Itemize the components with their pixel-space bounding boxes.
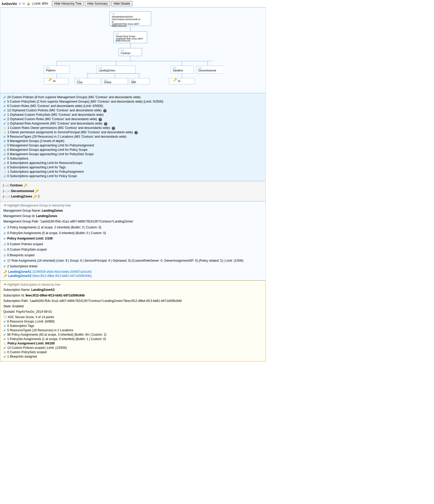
summary-item: ✔ 5 Subscriptions bbox=[3, 157, 262, 161]
mg-icon: [∧] bbox=[5, 184, 9, 187]
summary-item: ✔ 1 Orphaned Custom PolicySets (MG 'Cont… bbox=[3, 113, 262, 117]
check-icon: ✔ bbox=[3, 225, 6, 230]
toolbar-buttons: Hide Hierarchy Tree Hide Summary Hide De… bbox=[52, 1, 133, 6]
block-icon: ⊘ bbox=[3, 174, 6, 178]
key-icon: 🔑 bbox=[35, 189, 39, 193]
highlight-label: 👁 Highlight Management Group in hierarch… bbox=[3, 204, 262, 207]
sub-detail-item: 🛡 ASC Secure Score: 4 of 14 points bbox=[3, 315, 262, 319]
check-icon: ✔ bbox=[3, 258, 6, 263]
warn-icon: ⚠ bbox=[3, 342, 6, 345]
shield-icon: 🛡 bbox=[3, 315, 7, 319]
question-icon: ? bbox=[112, 127, 115, 130]
summary-item: ✔ 6 Custom Roles (MG 'Contoso' and desce… bbox=[3, 104, 262, 108]
key-icon: 🔑 bbox=[23, 184, 27, 187]
lz-detail-item: ✔ 2 Subscriptions linked bbox=[3, 264, 262, 269]
svg-text:Online: Online bbox=[104, 81, 111, 84]
question-icon: ? bbox=[99, 118, 102, 121]
block-icon: ⊘ bbox=[3, 350, 6, 354]
warn-icon: ⚠ bbox=[3, 126, 6, 130]
warn-icon: ⚠ bbox=[3, 130, 6, 134]
summary-item: ⊘ 0 Management Groups approaching Limit … bbox=[3, 152, 262, 156]
summary-item: ⚠ 1 Subscriptions approaching Limit for … bbox=[3, 170, 262, 174]
svg-text:[∧]: [∧] bbox=[173, 67, 176, 69]
linkedin-icon: in bbox=[23, 2, 25, 5]
block-icon: ⊘ bbox=[3, 324, 6, 328]
check-icon: ✔ bbox=[3, 333, 6, 337]
lz-detail-item: ⊘ 0 Blueprints scoped bbox=[3, 253, 262, 258]
block-icon: ⊘ bbox=[3, 247, 6, 252]
list-item: |- [∧] Contoso 🔑 bbox=[3, 183, 263, 188]
lz-detail-item: ⊘ 0 PolicySet Assignments (0 at scope, 0… bbox=[3, 231, 262, 236]
summary-item: ✔ 2 Orphaned Custom Roles (MG 'Contoso' … bbox=[3, 117, 262, 121]
question-icon: ? bbox=[103, 109, 107, 112]
block-icon: ⊘ bbox=[3, 253, 6, 258]
svg-text:LandingZones: LandingZones bbox=[99, 69, 115, 72]
check-icon: ✔ bbox=[3, 157, 6, 161]
summary-item: ✔ 24 Custom Policies (8 from superior Ma… bbox=[3, 95, 262, 99]
sub-detail-item: ✔ 6 Resource Groups | Limit: (6/980) bbox=[3, 320, 262, 324]
hide-summary-btn[interactable]: Hide Summary bbox=[85, 1, 110, 6]
check-icon: ✔ bbox=[3, 337, 6, 341]
check-icon: ✔ bbox=[3, 104, 6, 108]
svg-text:🔑: 🔑 bbox=[48, 78, 52, 81]
sub-detail-item: ✔ 1 PolicySet Assignments (1 at scope, 0… bbox=[3, 337, 262, 341]
svg-text:[∧]: [∧] bbox=[46, 67, 49, 69]
svg-text:NonContoso.onmicrosoft.co: NonContoso.onmicrosoft.co bbox=[112, 18, 140, 21]
lz-detail-item: ⊘ 0 Custom PolicySets scoped bbox=[3, 247, 262, 252]
svg-text:b66fc7824126: b66fc7824126 bbox=[116, 39, 130, 42]
svg-text:[∧]: [∧] bbox=[198, 67, 202, 69]
check-icon: ✔ bbox=[3, 100, 6, 104]
limit-label: | Limit: 80% bbox=[32, 2, 48, 5]
summary-item: ✔ 1 Orphaned Role Assignments (MG 'Conto… bbox=[3, 122, 262, 126]
mg-icon: [∧] bbox=[6, 189, 10, 193]
svg-text:Platform: Platform bbox=[46, 69, 55, 72]
svg-rect-53 bbox=[169, 78, 195, 84]
lz-detail-item: ✔ Policy Assignment Limit: 1/100 bbox=[3, 236, 262, 241]
svg-rect-36 bbox=[44, 78, 68, 84]
hide-hierarchy-btn[interactable]: Hide Hierarchy Tree bbox=[52, 1, 84, 6]
subscription-link[interactable]: 🔑 LandingZoneA2 (9eec3f12-d9bd-4f13-bb81… bbox=[3, 274, 262, 278]
svg-text:Decomissioned: Decomissioned bbox=[198, 69, 216, 72]
limit-icon: ✔ bbox=[3, 236, 6, 241]
check-icon: ✔ bbox=[3, 264, 6, 269]
summary-item: ⊘ 0 Management Groups approaching Limit … bbox=[3, 148, 262, 152]
check-icon: ✔ bbox=[3, 320, 6, 324]
svg-text:3x: 3x bbox=[53, 80, 56, 82]
svg-text:[∧]: [∧] bbox=[121, 49, 124, 52]
subscription-link[interactable]: 🔑 LandingZoneA1 (21f4003f-a60d-4bcd-be9a… bbox=[3, 270, 262, 274]
check-icon: ✔ bbox=[3, 355, 6, 359]
svg-text:b66fc7824126: b66fc7824126 bbox=[112, 25, 126, 27]
check-icon: ✔ bbox=[3, 346, 6, 350]
sub-detail-item: ✔ 1 Blueprints assigned bbox=[3, 355, 262, 359]
block-icon: ⊘ bbox=[3, 242, 6, 247]
sub-detail-item: ✔ 86 Policy Assignments (83 at scope, 3 … bbox=[3, 333, 262, 337]
summary-item: ⊘ 0 Subscriptions approaching Limit for … bbox=[3, 166, 262, 169]
svg-text:Sandbox: Sandbox bbox=[173, 69, 183, 72]
eye-icon: 👁 bbox=[3, 283, 6, 286]
sub-detail-item: ⊘ 0 Custom PolicySets scoped bbox=[3, 350, 262, 354]
block-icon: ⊘ bbox=[3, 161, 6, 165]
block-icon: ⊘ bbox=[3, 148, 6, 152]
hierarchy-tree: [∧] Standardverzeichnis NonContoso.onmic… bbox=[0, 7, 266, 93]
block-icon: ⊘ bbox=[3, 144, 6, 147]
summary-item: ⚠ 1 Owner permission assignments to Serv… bbox=[3, 130, 262, 134]
svg-text:[∧]: [∧] bbox=[99, 67, 102, 69]
question-icon: ? bbox=[104, 122, 107, 126]
summary-item: ✔ 13 Orphaned Custom Policies (MG 'Conto… bbox=[3, 109, 262, 112]
svg-text:[∧]: [∧] bbox=[116, 32, 119, 35]
list-item: |-- [∧] LandingZones 🔑 2 bbox=[3, 194, 263, 200]
svg-text:SAP: SAP bbox=[131, 81, 136, 84]
check-icon: ✔ bbox=[3, 109, 6, 112]
hide-details-btn[interactable]: Hide Details bbox=[111, 1, 133, 6]
tree-svg: [∧] Standardverzeichnis NonContoso.onmic… bbox=[43, 10, 223, 90]
github-icon: ⊙ bbox=[19, 2, 21, 5]
svg-text:2x: 2x bbox=[178, 80, 181, 82]
svg-text:Corp: Corp bbox=[77, 81, 83, 84]
sub-highlight-label: 👁 Highlight Subscription in hierarchy tr… bbox=[3, 283, 262, 286]
svg-text:[∧]: [∧] bbox=[112, 13, 115, 15]
svg-text:🔑: 🔑 bbox=[173, 78, 177, 81]
sub-detail-item: ✔ 13 Custom Policies scoped | Limit: (13… bbox=[3, 346, 262, 350]
sub-detail-item: ⚠ Policy Assignment Limit: 84/100 bbox=[3, 342, 262, 345]
warn-icon: ⚠ bbox=[3, 170, 6, 174]
mg-icon: [∧] bbox=[6, 195, 10, 198]
